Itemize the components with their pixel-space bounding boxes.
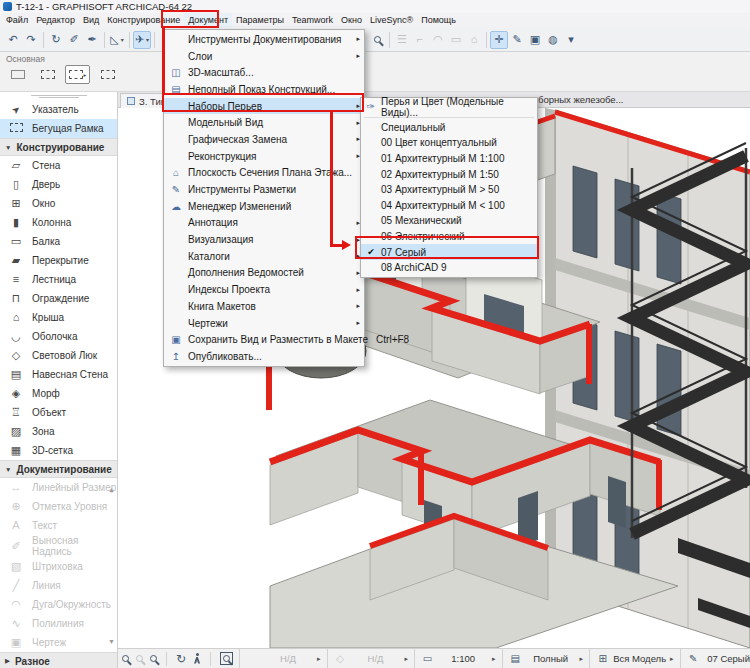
home-story-icon[interactable]: ⌂ bbox=[465, 31, 483, 49]
fly-mode-icon[interactable]: ✈▾ bbox=[133, 31, 151, 49]
pen-set-item-5[interactable]: 02 Архитектурный М 1:50 bbox=[361, 166, 537, 182]
tool-column[interactable]: ▮Колонна bbox=[0, 213, 117, 232]
tool-slab[interactable]: ▰Перекрытие bbox=[0, 251, 117, 270]
menubar-item-1[interactable]: Файл bbox=[2, 13, 32, 28]
pen-set-item-2[interactable]: Специальный bbox=[361, 120, 537, 136]
inject-parameters-icon[interactable]: ✒ bbox=[83, 31, 101, 49]
tool-stair[interactable]: ≡Лестница bbox=[0, 270, 117, 289]
tool-polyline[interactable]: ∿Полилиния bbox=[0, 614, 117, 633]
tool-wall[interactable]: ▱Стена bbox=[0, 156, 117, 175]
marquee-option-single[interactable] bbox=[5, 65, 30, 84]
offset-icon[interactable]: ▭ bbox=[447, 31, 465, 49]
fillet-icon[interactable]: ◠ bbox=[429, 31, 447, 49]
marquee-option-dashed[interactable] bbox=[35, 65, 60, 84]
menubar-item-10[interactable]: Помощь bbox=[417, 13, 460, 28]
fit-in-window-icon[interactable] bbox=[220, 652, 233, 665]
toolbox-section-2[interactable]: ▼Конструирование bbox=[0, 138, 117, 156]
menubar-item-4[interactable]: Конструирование bbox=[103, 13, 184, 28]
rotate-view-icon[interactable]: ↻ bbox=[47, 31, 65, 49]
pen-set-item-11[interactable]: 08 ArchiCAD 9 bbox=[361, 260, 537, 276]
guide-lines-icon[interactable]: ◺▾ bbox=[108, 31, 126, 49]
pen-set-item-6[interactable]: 03 Архитектурный М > 50 bbox=[361, 182, 537, 198]
tool-fill-hatch[interactable]: ▧Штриховка bbox=[0, 557, 117, 576]
doc-menu-item-11[interactable]: Аннотация▸ bbox=[164, 215, 364, 232]
doc-menu-item-9[interactable]: ✎Инструменты Разметки bbox=[164, 181, 364, 198]
doc-menu-item-13[interactable]: Каталоги▸ bbox=[164, 248, 364, 265]
marquee-option-thick[interactable] bbox=[95, 65, 120, 84]
find-select-icon[interactable] bbox=[368, 31, 386, 49]
doc-menu-item-12[interactable]: Визуализация▸ bbox=[164, 231, 364, 248]
tool-zone[interactable]: ▨Зона bbox=[0, 422, 117, 441]
goodies-icon[interactable]: ◍ bbox=[544, 31, 562, 49]
tool-skylight[interactable]: ◇Световой Люк bbox=[0, 346, 117, 365]
tool-door[interactable]: ▯Дверь bbox=[0, 175, 117, 194]
toolbox-drag-handle[interactable] bbox=[0, 92, 117, 100]
menubar-item-6[interactable]: Параметры bbox=[232, 13, 288, 28]
snap-guides-icon[interactable]: ✛ bbox=[490, 31, 508, 49]
doc-menu-item-14[interactable]: Дополнения Ведомостей▸ bbox=[164, 265, 364, 282]
doc-menu-item-18[interactable]: ▣Сохранить Вид и Разместить в МакетеCtrl… bbox=[164, 331, 364, 348]
tool-marquee[interactable]: Бегущая Рамка bbox=[0, 119, 117, 138]
tool-drawing[interactable]: ▣Чертеж bbox=[0, 633, 117, 652]
toolbox-section-29[interactable]: ▶Разное bbox=[0, 652, 117, 668]
tool-mesh[interactable]: ▦3D-сетка bbox=[0, 441, 117, 460]
doc-menu-item-16[interactable]: Книга Макетов▸ bbox=[164, 298, 364, 315]
menubar-item-8[interactable]: Окно bbox=[337, 13, 366, 28]
doc-menu-item-5[interactable]: Модельный Вид▸ bbox=[164, 114, 364, 131]
tool-object[interactable]: ♖Объект bbox=[0, 403, 117, 422]
menubar-item-2[interactable]: Редактор bbox=[32, 13, 79, 28]
menubar-item-5[interactable]: Документ bbox=[184, 13, 232, 28]
align-icon[interactable]: ☰ bbox=[393, 31, 411, 49]
increase-zoom-icon[interactable] bbox=[150, 655, 157, 662]
toolbox-section-19[interactable]: ▼Документирование bbox=[0, 460, 117, 478]
pen-set-item-8[interactable]: 05 Механический bbox=[361, 213, 537, 229]
previous-zoom-icon[interactable] bbox=[122, 655, 129, 662]
tool-roof[interactable]: ⌂Крыша bbox=[0, 308, 117, 327]
doc-menu-item-15[interactable]: Индексы Проекта▸ bbox=[164, 281, 364, 298]
doc-menu-item-10[interactable]: ☁Менеджер Изменений bbox=[164, 198, 364, 215]
layouts-icon[interactable]: ▣ bbox=[526, 31, 544, 49]
doc-menu-item-19[interactable]: ↥Опубликовать... bbox=[164, 348, 364, 365]
explore-icon[interactable] bbox=[193, 653, 201, 664]
tool-pointer[interactable]: ➤Указатель bbox=[0, 100, 117, 119]
pen-set-item-7[interactable]: 04 Архитектурный М < 100 bbox=[361, 198, 537, 214]
tool-morph[interactable]: ◈Морф bbox=[0, 384, 117, 403]
redo-icon[interactable]: ↷ bbox=[22, 31, 40, 49]
pen-set-field[interactable]: ✎07 Серый▸ bbox=[680, 649, 750, 668]
doc-menu-item-3[interactable]: ▤Неполный Показ Конструкций... bbox=[164, 81, 364, 98]
tool-dimension[interactable]: ↔Линейный Размер bbox=[0, 478, 117, 497]
corner-icon[interactable]: ⌐ bbox=[411, 31, 429, 49]
orientation-field[interactable]: ◇Н/Д▸ bbox=[327, 649, 415, 668]
undo-icon[interactable]: ↶ bbox=[4, 31, 22, 49]
tool-label[interactable]: ✐Выносная Надпись bbox=[0, 535, 117, 557]
pen-set-item-0[interactable]: ✑Перья и Цвет (Модельные Виды)... bbox=[361, 99, 537, 115]
scale-field[interactable]: ▭1:100▸ bbox=[414, 649, 502, 668]
tool-window[interactable]: ⊞Окно bbox=[0, 194, 117, 213]
doc-menu-item-2[interactable]: ◫3D-масштаб... bbox=[164, 64, 364, 81]
more-tools-icon[interactable]: ▾ bbox=[562, 31, 580, 49]
pen-set-item-07-gray[interactable]: ✔07 Серый bbox=[361, 244, 537, 260]
doc-menu-item-8[interactable]: ⌂Плоскость Сечения Плана Этажа... bbox=[164, 165, 364, 182]
doc-menu-item-0[interactable]: Инструменты Документирования▸ bbox=[164, 31, 364, 48]
marquee-option-current[interactable]: ▸ bbox=[65, 65, 90, 84]
tool-railing[interactable]: ⊓Ограждение bbox=[0, 289, 117, 308]
tool-line[interactable]: ╱Линия bbox=[0, 576, 117, 595]
pick-up-parameters-icon[interactable]: ✐ bbox=[65, 31, 83, 49]
menubar-item-9[interactable]: LiveSync® bbox=[366, 13, 417, 28]
tool-arc-circle[interactable]: ◠Дуга/Окружность bbox=[0, 595, 117, 614]
doc-menu-item-7[interactable]: Реконструкция▸ bbox=[164, 148, 364, 165]
tool-shell[interactable]: ◡Оболочка bbox=[0, 327, 117, 346]
doc-menu-item-1[interactable]: Слои▸ bbox=[164, 48, 364, 65]
pen-set-item-4[interactable]: 01 Архитектурный М 1:100 bbox=[361, 151, 537, 167]
tool-beam[interactable]: ▭Балка bbox=[0, 232, 117, 251]
menubar-item-3[interactable]: Вид bbox=[79, 13, 103, 28]
partial-structure-field[interactable]: ⊞Вся Модель▸ bbox=[589, 649, 680, 668]
next-zoom-icon[interactable] bbox=[136, 655, 143, 662]
pen-set-item-3[interactable]: 00 Цвет концептуальный bbox=[361, 135, 537, 151]
menubar-item-7[interactable]: Teamwork bbox=[288, 13, 337, 28]
tool-curtain-wall[interactable]: ▤Навесная Стена bbox=[0, 365, 117, 384]
doc-menu-item-17[interactable]: Чертежи▸ bbox=[164, 315, 364, 332]
toolbox-scroll-down[interactable]: ▼ bbox=[108, 638, 115, 645]
tool-text[interactable]: AТекст bbox=[0, 516, 117, 535]
annotate-icon[interactable]: ✎ bbox=[508, 31, 526, 49]
